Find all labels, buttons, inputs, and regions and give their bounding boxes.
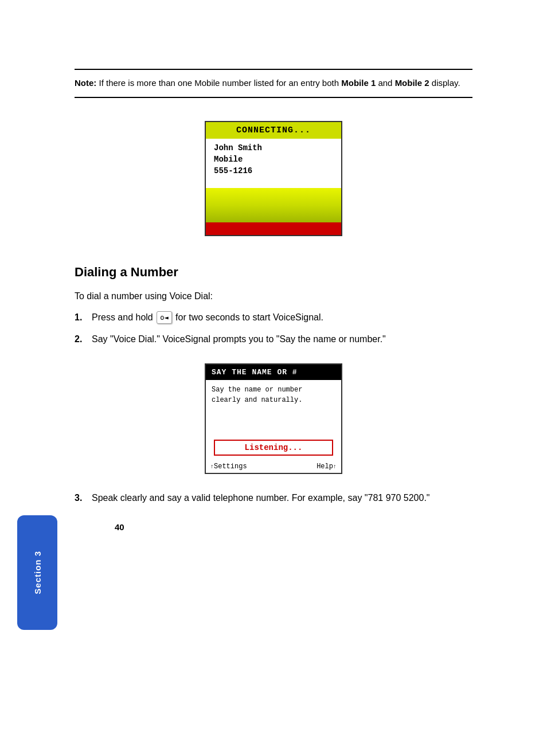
note-main: If there is more than one Mobile number …: [96, 78, 341, 88]
note-label: Note:: [75, 78, 96, 88]
note-between: and: [376, 78, 394, 88]
step-1-content: Press and hold o◄ for two seconds to sta…: [92, 311, 472, 324]
screen1-label: Mobile: [214, 155, 333, 164]
section-title: Dialing a Number: [75, 265, 472, 280]
voice-key-icon: o◄: [157, 311, 171, 324]
steps-list-2: 3. Speak clearly and say a valid telepho…: [75, 491, 472, 505]
screen2-line2: clearly and naturally.: [212, 395, 335, 405]
note-mobile1: Mobile 1: [341, 78, 376, 88]
screen1-name: John Smith: [214, 143, 333, 152]
screen2-header: SAY THE NAME OR #: [206, 365, 341, 380]
step-3: 3. Speak clearly and say a valid telepho…: [75, 491, 472, 505]
phone-screen-say-name: SAY THE NAME OR # Say the name or number…: [205, 363, 342, 474]
page-container: Note: If there is more than one Mobile n…: [0, 0, 547, 756]
step-3-content: Speak clearly and say a valid telephone …: [92, 491, 472, 505]
step-2-number: 2.: [75, 332, 92, 346]
step-2: 2. Say "Voice Dial." VoiceSignal prompts…: [75, 332, 472, 346]
screen2-empty-space: [212, 405, 335, 440]
page-number: 40: [115, 522, 547, 532]
screen2-line1: Say the name or number: [212, 385, 335, 395]
section-intro: To dial a number using Voice Dial:: [75, 291, 472, 301]
screen1-red-bar: [206, 222, 341, 235]
screen2-help-btn[interactable]: Help: [317, 463, 337, 471]
note-mobile2: Mobile 2: [395, 78, 429, 88]
note-text: Note: If there is more than one Mobile n…: [75, 77, 472, 90]
section3-sidebar-tab: Section 3: [17, 515, 57, 630]
screen1-number: 555-1216: [214, 166, 333, 175]
step-1-number: 1.: [75, 311, 92, 324]
phone-screen-connecting: CONNECTING... John Smith Mobile 555-1216: [205, 121, 342, 236]
sidebar-tab-label: Section 3: [33, 551, 42, 594]
step-2-content: Say "Voice Dial." VoiceSignal prompts yo…: [92, 332, 472, 346]
steps-list: 1. Press and hold o◄ for two seconds to …: [75, 311, 472, 346]
screen2-settings-btn[interactable]: Settings: [210, 463, 247, 471]
screen2-listening: Listening...: [214, 440, 333, 456]
connecting-header: CONNECTING...: [206, 122, 341, 139]
screen2-body: Say the name or number clearly and natur…: [206, 380, 341, 460]
screen2-footer: Settings Help: [206, 460, 341, 473]
step-1: 1. Press and hold o◄ for two seconds to …: [75, 311, 472, 324]
note-box: Note: If there is more than one Mobile n…: [75, 69, 472, 98]
screen1-gradient: [206, 188, 341, 222]
step-3-number: 3.: [75, 491, 92, 505]
note-after: display.: [429, 78, 460, 88]
screen1-body: John Smith Mobile 555-1216: [206, 139, 341, 182]
